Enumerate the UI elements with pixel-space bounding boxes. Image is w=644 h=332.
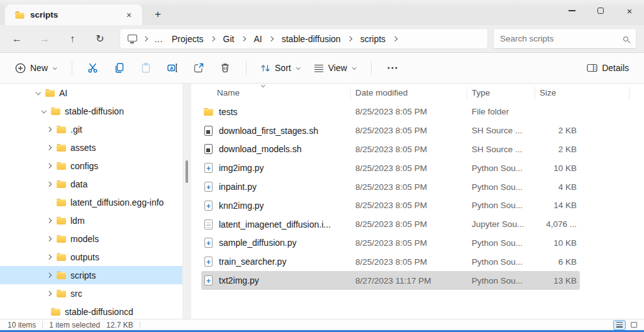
tree-chevron-icon[interactable] (41, 108, 47, 114)
sidebar-item--git[interactable]: .git (0, 120, 182, 138)
breadcrumb-item[interactable]: scripts (358, 33, 388, 45)
table-row[interactable]: txt2img.py 8/27/2023 11:17 PM Python Sou… (201, 271, 580, 290)
file-explorer-window: scripts × + × ← → ↑ ↻ … ProjectsGitAIsta… (0, 0, 644, 332)
minimize-button[interactable] (557, 0, 586, 21)
rename-button[interactable]: A (162, 58, 182, 78)
back-button[interactable]: ← (6, 29, 28, 49)
tree-chevron-icon[interactable] (47, 145, 52, 150)
details-view-icon (616, 322, 623, 328)
sort-button[interactable]: Sort (255, 59, 306, 77)
tree-chevron-icon[interactable] (47, 254, 52, 260)
column-header-type[interactable]: Type (472, 88, 490, 97)
this-pc-icon[interactable] (128, 35, 137, 42)
column-header-date-modified[interactable]: Date modified (355, 88, 408, 97)
file-size: 10 KB (535, 163, 580, 173)
sidebar-item-data[interactable]: data (0, 175, 182, 193)
table-row[interactable]: tests 8/25/2023 8:05 PM File folder (201, 102, 580, 121)
sidebar-item-scripts[interactable]: scripts (0, 266, 182, 284)
chevron-right-icon[interactable] (348, 36, 353, 42)
sidebar-item-assets[interactable]: assets (0, 138, 182, 157)
tree-chevron-icon[interactable] (47, 199, 52, 205)
forward-button[interactable]: → (34, 29, 55, 49)
table-row[interactable]: train_searcher.py 8/25/2023 8:05 PM Pyth… (201, 252, 580, 271)
close-tab-icon[interactable]: × (122, 8, 136, 22)
table-row[interactable]: img2img.py 8/25/2023 8:05 PM Python Sou.… (201, 158, 580, 177)
breadcrumb-item[interactable]: AI (251, 33, 264, 45)
tree-chevron-icon[interactable] (47, 181, 52, 187)
breadcrumb-item[interactable]: stable-diffusion (279, 33, 343, 45)
tree-chevron-icon[interactable] (47, 236, 52, 241)
column-header-name[interactable]: Name (217, 88, 240, 97)
table-row[interactable]: knn2img.py 8/25/2023 8:05 PM Python Sou.… (201, 196, 580, 215)
details-pane-button[interactable]: Details (582, 59, 634, 77)
sidebar-item-latent-diffusion-egg-info[interactable]: latent_diffusion.egg-info (0, 193, 182, 211)
sidebar-scrollbar[interactable] (182, 84, 191, 319)
new-tab-button[interactable]: + (150, 6, 166, 23)
details-view-button[interactable] (613, 320, 626, 330)
file-size: 13 KB (535, 276, 580, 285)
file-type: SH Source ... (467, 126, 535, 135)
date-modified: 8/25/2023 8:05 PM (350, 182, 467, 192)
cut-icon (87, 62, 99, 74)
file-type: Python Sou... (467, 257, 535, 267)
more-options-button[interactable] (382, 58, 402, 78)
table-row[interactable]: download_models.sh 8/25/2023 8:05 PM SH … (201, 140, 580, 159)
breadcrumb-item[interactable]: Projects (169, 33, 206, 45)
table-row[interactable]: latent_imagenet_diffusion.i... 8/25/2023… (201, 215, 580, 234)
refresh-button[interactable]: ↻ (89, 29, 111, 49)
sidebar-item-src[interactable]: src (0, 284, 182, 302)
search-input[interactable] (500, 34, 623, 43)
view-button[interactable]: View (309, 59, 362, 77)
sidebar-item-stable-diffusioncd[interactable]: stable-diffusioncd (0, 302, 182, 319)
explorer-tab[interactable]: scripts × (5, 4, 142, 25)
table-row[interactable]: sample_diffusion.py 8/25/2023 8:05 PM Py… (201, 234, 580, 253)
column-header-size[interactable]: Size (540, 88, 556, 97)
tree-chevron-icon[interactable] (47, 218, 52, 223)
chevron-down-icon (52, 65, 58, 71)
chevron-right-icon[interactable] (269, 36, 275, 42)
sidebar-item-outputs[interactable]: outputs (0, 248, 182, 266)
folder-icon (57, 126, 66, 133)
sidebar-item-label: AI (59, 88, 67, 98)
maximize-button[interactable] (586, 0, 615, 21)
scrollbar-thumb[interactable] (186, 160, 188, 183)
tree-chevron-icon[interactable] (35, 90, 41, 96)
sidebar-item-ai[interactable]: AI (0, 84, 182, 102)
python-file-icon (204, 163, 213, 173)
file-name: knn2img.py (219, 201, 264, 211)
chevron-right-icon[interactable] (241, 36, 247, 42)
tree-chevron-icon[interactable] (47, 126, 52, 132)
file-size: 4,076 ... (535, 219, 580, 229)
cut-button[interactable] (83, 58, 103, 78)
paste-button[interactable] (136, 58, 156, 78)
view-button-label: View (328, 63, 347, 73)
breadcrumb-ellipsis[interactable]: … (153, 34, 165, 44)
table-row[interactable]: download_first_stages.sh 8/25/2023 8:05 … (201, 121, 580, 140)
search-box[interactable] (493, 28, 636, 49)
search-icon[interactable] (623, 36, 628, 42)
new-button[interactable]: New (10, 59, 63, 77)
sort-button-label: Sort (275, 63, 291, 73)
breadcrumb-item[interactable]: Git (221, 33, 237, 45)
up-button[interactable]: ↑ (62, 29, 83, 49)
tree-chevron-icon[interactable] (47, 163, 52, 169)
large-icons-view-button[interactable] (628, 320, 640, 330)
folder-tree-sidebar: AI stable-diffusion .git assets configs … (0, 84, 182, 319)
sidebar-item-models[interactable]: models (0, 230, 182, 248)
chevron-right-icon[interactable] (143, 36, 148, 42)
close-window-button[interactable]: × (615, 0, 644, 21)
copy-button[interactable] (109, 58, 130, 78)
sidebar-item-ldm[interactable]: ldm (0, 211, 182, 230)
chevron-right-icon[interactable] (392, 36, 398, 42)
sidebar-item-stable-diffusion[interactable]: stable-diffusion (0, 102, 182, 120)
share-button[interactable] (189, 58, 209, 78)
table-row[interactable]: inpaint.py 8/25/2023 8:05 PM Python Sou.… (201, 177, 580, 196)
copy-icon (114, 62, 125, 74)
tree-chevron-icon[interactable] (47, 290, 52, 296)
chevron-right-icon[interactable] (211, 36, 216, 42)
delete-button[interactable] (215, 58, 235, 78)
file-type: Python Sou... (467, 238, 535, 248)
tree-chevron-icon[interactable] (41, 309, 47, 314)
sidebar-item-configs[interactable]: configs (0, 157, 182, 175)
tree-chevron-icon[interactable] (47, 272, 52, 278)
